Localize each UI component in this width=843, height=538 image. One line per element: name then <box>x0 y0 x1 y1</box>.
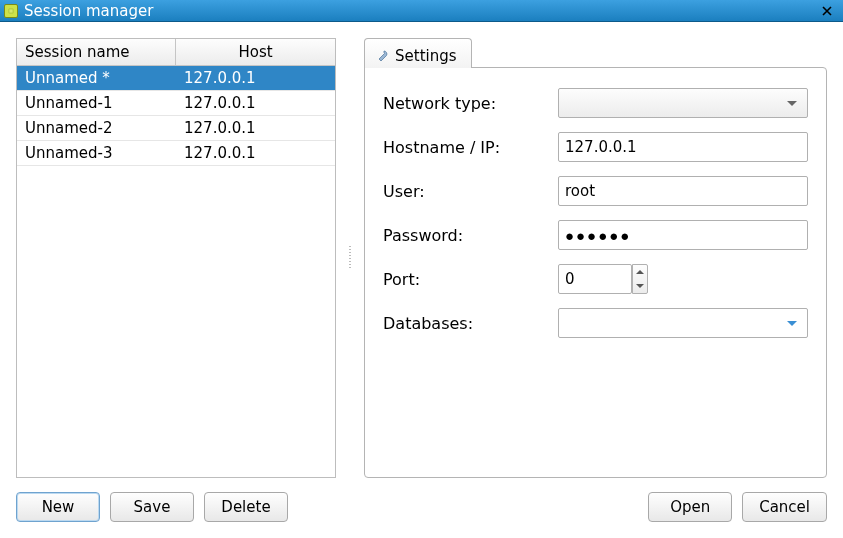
close-icon[interactable] <box>815 0 839 22</box>
password-input[interactable] <box>558 220 808 250</box>
spinner-down-icon[interactable] <box>633 279 647 293</box>
session-host-cell: 127.0.0.1 <box>176 66 335 90</box>
app-icon <box>4 4 18 18</box>
session-name-cell: Unnamed-1 <box>17 91 176 115</box>
titlebar: Session manager <box>0 0 843 22</box>
wrench-icon <box>375 49 389 63</box>
port-label: Port: <box>383 270 558 289</box>
hostname-input[interactable] <box>558 132 808 162</box>
session-host-cell: 127.0.0.1 <box>176 116 335 140</box>
cancel-button[interactable]: Cancel <box>742 492 827 522</box>
session-name-cell: Unnamed * <box>17 66 176 90</box>
session-list[interactable]: Session name Host Unnamed *127.0.0.1Unna… <box>16 38 336 478</box>
delete-button[interactable]: Delete <box>204 492 288 522</box>
table-row[interactable]: Unnamed-2127.0.0.1 <box>17 116 335 141</box>
port-spinner[interactable] <box>632 264 648 294</box>
databases-select[interactable] <box>558 308 808 338</box>
port-input[interactable] <box>558 264 632 294</box>
chevron-down-icon <box>787 101 797 106</box>
spinner-up-icon[interactable] <box>633 265 647 279</box>
column-host[interactable]: Host <box>176 39 335 65</box>
splitter[interactable] <box>348 38 352 478</box>
user-input[interactable] <box>558 176 808 206</box>
user-label: User: <box>383 182 558 201</box>
settings-panel: Network type: Hostname / IP: <box>364 67 827 478</box>
tab-settings-label: Settings <box>395 47 457 65</box>
session-name-cell: Unnamed-3 <box>17 141 176 165</box>
session-host-cell: 127.0.0.1 <box>176 91 335 115</box>
tab-settings[interactable]: Settings <box>364 38 472 68</box>
session-name-cell: Unnamed-2 <box>17 116 176 140</box>
network-type-select[interactable] <box>558 88 808 118</box>
table-row[interactable]: Unnamed *127.0.0.1 <box>17 66 335 91</box>
network-type-label: Network type: <box>383 94 558 113</box>
window-title: Session manager <box>24 2 153 20</box>
column-session-name[interactable]: Session name <box>17 39 176 65</box>
open-button[interactable]: Open <box>648 492 732 522</box>
password-label: Password: <box>383 226 558 245</box>
session-host-cell: 127.0.0.1 <box>176 141 335 165</box>
save-button[interactable]: Save <box>110 492 194 522</box>
table-row[interactable]: Unnamed-3127.0.0.1 <box>17 141 335 166</box>
new-button[interactable]: New <box>16 492 100 522</box>
chevron-down-icon <box>787 321 797 326</box>
databases-label: Databases: <box>383 314 558 333</box>
hostname-label: Hostname / IP: <box>383 138 558 157</box>
table-row[interactable]: Unnamed-1127.0.0.1 <box>17 91 335 116</box>
